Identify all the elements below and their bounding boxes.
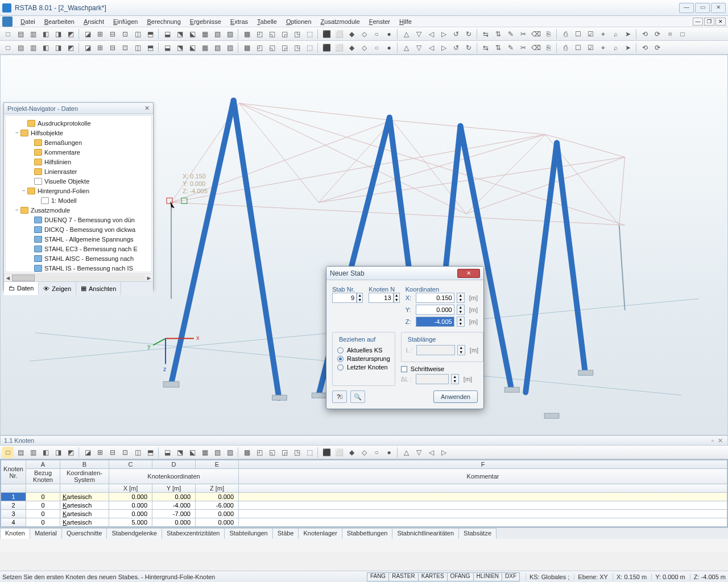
toolbar-button[interactable]: ⬒ xyxy=(144,42,156,53)
toolbar-button[interactable]: ◨ xyxy=(52,28,64,40)
toolbar-button[interactable]: ○ xyxy=(371,28,382,40)
navigator-tree[interactable]: Ausdruckprotokolle−HilfsobjekteBemaßunge… xyxy=(5,115,152,272)
toolbar-button[interactable]: ⬛ xyxy=(321,28,332,40)
radio-letzter-knoten[interactable]: Letzter Knoten xyxy=(337,364,390,371)
snap-hlinien[interactable]: HLINIEN xyxy=(473,572,502,581)
toolbar-button[interactable]: □ xyxy=(677,28,688,40)
tree-item[interactable]: Kommentare xyxy=(7,147,150,157)
help-button[interactable]: ?⃝ xyxy=(332,390,347,403)
toolbar-button[interactable]: □ xyxy=(2,447,14,458)
snap-kartes[interactable]: KARTES xyxy=(418,572,448,581)
table-tab-stabendgelenke[interactable]: Stabendgelenke xyxy=(106,528,162,539)
toolbar-button[interactable]: ▨ xyxy=(224,42,235,53)
toolbar-button[interactable]: ⬔ xyxy=(174,28,185,40)
toolbar-button[interactable]: ⬓ xyxy=(162,28,173,40)
toolbar-button[interactable]: ⎘ xyxy=(543,28,554,40)
toolbar-button[interactable]: ☐ xyxy=(572,42,584,53)
toolbar-button[interactable]: ⬛ xyxy=(321,447,332,458)
tree-item[interactable]: 1: Modell xyxy=(7,196,150,205)
toolbar-button[interactable]: ⟳ xyxy=(652,42,663,53)
data-table[interactable]: Knoten Nr.ABCDEFBezug KnotenKoordinaten-… xyxy=(0,459,728,527)
toolbar-button[interactable]: ◲ xyxy=(279,42,290,53)
toolbar-button[interactable]: ⎘ xyxy=(543,42,554,53)
navigator-hscroll[interactable]: ◄► xyxy=(4,273,153,281)
toolbar-button[interactable]: ○ xyxy=(371,42,382,53)
table-tab-stabsätze[interactable]: Stabsätze xyxy=(458,528,497,539)
tree-item[interactable]: Visuelle Objekte xyxy=(7,176,150,186)
table-tab-stabexzentrizitäten[interactable]: Stabexzentrizitäten xyxy=(162,528,225,539)
toolbar-button[interactable]: ▦ xyxy=(199,28,210,40)
tree-item[interactable]: DUENQ 7 - Bemessung von dün xyxy=(7,215,150,225)
toolbar-button[interactable]: ⟳ xyxy=(652,28,663,40)
toolbar-button[interactable]: ◩ xyxy=(65,42,76,53)
navigator-tab-ansichten[interactable]: ▦Ansichten xyxy=(76,282,121,295)
toolbar-button[interactable]: ◰ xyxy=(254,447,265,458)
toolbar-button[interactable]: ⬔ xyxy=(174,42,185,53)
stab-nr-spinner[interactable]: ▲▼ xyxy=(357,293,363,303)
toolbar-button[interactable]: ◫ xyxy=(132,28,143,40)
toolbar-button[interactable]: ◪ xyxy=(82,28,93,40)
tree-item[interactable]: −Hilfsobjekte xyxy=(7,128,150,138)
minimize-button[interactable]: — xyxy=(679,3,694,13)
toolbar-button[interactable]: ✎ xyxy=(505,28,516,40)
toolbar-button[interactable]: ⬜ xyxy=(333,28,345,40)
toolbar-button[interactable]: ⊟ xyxy=(107,28,118,40)
toolbar-button[interactable]: ⌫ xyxy=(530,42,541,53)
toolbar-button[interactable]: ◇ xyxy=(358,42,370,53)
pick-button[interactable]: 🔍 xyxy=(350,390,365,403)
table-tab-stabbettungen[interactable]: Stabbettungen xyxy=(342,528,393,539)
toolbar-button[interactable]: ▷ xyxy=(438,28,449,40)
menu-zusatzmodule[interactable]: Zusatzmodule xyxy=(316,17,365,26)
toolbar-button[interactable]: ◪ xyxy=(82,447,93,458)
toolbar-button[interactable]: ▽ xyxy=(413,42,424,53)
snap-fang[interactable]: FANG xyxy=(367,572,389,581)
tree-item[interactable]: STAHL EC3 - Bemessung nach E xyxy=(7,244,150,253)
radio-rasterursprung[interactable]: Rasterursprung xyxy=(337,355,390,362)
toolbar-button[interactable]: ⊞ xyxy=(94,447,106,458)
toolbar-button[interactable]: ⎙ xyxy=(560,42,571,53)
menu-tabelle[interactable]: Tabelle xyxy=(253,17,282,26)
table-tab-material[interactable]: Material xyxy=(30,528,62,539)
toolbar-button[interactable]: ▽ xyxy=(413,447,424,458)
menu-optionen[interactable]: Optionen xyxy=(282,17,316,26)
toolbar-button[interactable]: ▦ xyxy=(199,447,210,458)
toolbar-button[interactable]: ⌖ xyxy=(597,28,609,40)
toolbar-button[interactable]: ◫ xyxy=(132,42,143,53)
tree-item[interactable]: Linienraster xyxy=(7,167,150,176)
snap-ofang[interactable]: OFANG xyxy=(447,572,474,581)
toolbar-button[interactable]: ▥ xyxy=(27,447,39,458)
toolbar-button[interactable]: ➤ xyxy=(622,28,634,40)
menu-einfügen[interactable]: Einfügen xyxy=(109,17,142,26)
coord-z-input[interactable] xyxy=(416,317,454,327)
toolbar-button[interactable]: ⬚ xyxy=(304,42,315,53)
toolbar-button[interactable]: ✂ xyxy=(518,28,529,40)
toolbar-button[interactable]: ▩ xyxy=(241,42,253,53)
toolbar-button[interactable]: ⬔ xyxy=(174,447,185,458)
toolbar-button[interactable]: ● xyxy=(383,447,395,458)
toolbar-button[interactable]: ◳ xyxy=(291,28,303,40)
toolbar-button[interactable]: ⌕ xyxy=(610,28,621,40)
table-tab-stabteilungen[interactable]: Stabteilungen xyxy=(224,528,272,539)
menu-extras[interactable]: Extras xyxy=(226,17,253,26)
toolbar-button[interactable]: ⇆ xyxy=(480,28,491,40)
toolbar-button[interactable]: ⬕ xyxy=(187,28,198,40)
coord-y-input[interactable] xyxy=(416,305,454,315)
navigator-tab-daten[interactable]: 🗀Daten xyxy=(4,282,39,295)
toolbar-button[interactable]: ⊡ xyxy=(119,28,131,40)
toolbar-button[interactable]: ▥ xyxy=(27,42,39,53)
toolbar-button[interactable]: ⌗ xyxy=(664,28,676,40)
table-tab-querschnitte[interactable]: Querschnitte xyxy=(61,528,107,539)
toolbar-button[interactable]: ⬒ xyxy=(144,447,156,458)
toolbar-button[interactable]: ✎ xyxy=(505,42,516,53)
coord-x-input[interactable] xyxy=(416,293,454,303)
toolbar-button[interactable]: ◱ xyxy=(266,42,278,53)
toolbar-button[interactable]: ◲ xyxy=(279,28,290,40)
radio-aktuelles-ks[interactable]: Aktuelles KS xyxy=(337,347,390,354)
tree-item[interactable]: Hilfslinien xyxy=(7,157,150,167)
toolbar-button[interactable]: ▷ xyxy=(438,42,449,53)
toolbar-button[interactable]: △ xyxy=(400,42,412,53)
tree-item[interactable]: Bemaßungen xyxy=(7,138,150,147)
toolbar-button[interactable]: ◇ xyxy=(358,447,370,458)
tree-item[interactable]: STAHL - Allgemeine Spannungs xyxy=(7,234,150,244)
table-tab-stabnichtlinearitäten[interactable]: Stabnichtlinearitäten xyxy=(392,528,459,539)
